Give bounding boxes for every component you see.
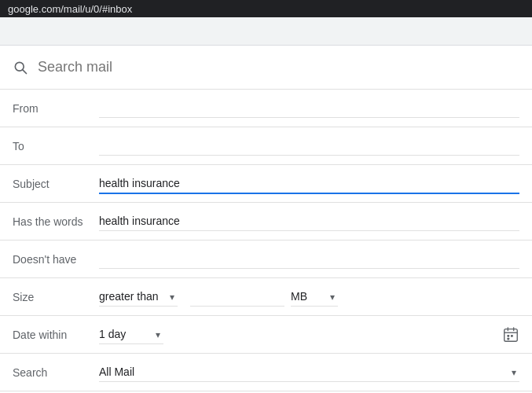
- size-number-input[interactable]: [190, 287, 284, 307]
- search-input[interactable]: [38, 59, 519, 75]
- date-within-label: Date within: [13, 329, 99, 341]
- date-select-wrap: 1 day 3 days 1 week 2 weeks 1 month 2 mo…: [99, 325, 163, 344]
- to-label: To: [13, 140, 99, 152]
- advanced-search-form: From To Subject Has the words Doesn't ha…: [0, 90, 532, 393]
- title-bar: google.com/mail/u/0/#inbox: [0, 0, 532, 17]
- to-row: To: [0, 127, 532, 165]
- size-unit-select-wrap: MB KB Bytes ▾: [291, 287, 338, 307]
- svg-rect-6: [507, 335, 509, 337]
- search-icon: [13, 60, 28, 75]
- from-row: From: [0, 90, 532, 127]
- svg-rect-7: [511, 335, 513, 337]
- svg-line-1: [23, 69, 27, 73]
- size-label: Size: [13, 291, 99, 303]
- size-row: Size greater than less than ▾ MB KB Byte…: [0, 278, 532, 316]
- size-select[interactable]: greater than less than: [99, 287, 178, 307]
- doesnt-have-row: Doesn't have: [0, 241, 532, 278]
- from-label: From: [13, 102, 99, 115]
- svg-rect-8: [507, 337, 509, 340]
- calendar-button[interactable]: [502, 326, 519, 343]
- search-in-label: Search: [13, 366, 99, 379]
- subject-label: Subject: [13, 178, 99, 190]
- size-unit-select[interactable]: MB KB Bytes: [291, 287, 338, 307]
- search-in-row: Search All Mail Inbox Starred Sent Draft…: [0, 354, 532, 391]
- doesnt-have-label: Doesn't have: [13, 253, 99, 266]
- to-input[interactable]: [99, 136, 519, 156]
- search-in-select-wrap: All Mail Inbox Starred Sent Drafts Spam …: [99, 362, 519, 382]
- date-within-select[interactable]: 1 day 3 days 1 week 2 weeks 1 month 2 mo…: [99, 325, 163, 344]
- subject-row: Subject: [0, 165, 532, 203]
- from-input[interactable]: [99, 98, 519, 118]
- search-in-select[interactable]: All Mail Inbox Starred Sent Drafts Spam …: [99, 362, 519, 382]
- date-within-row: Date within 1 day 3 days 1 week 2 weeks …: [0, 316, 532, 354]
- has-words-row: Has the words: [0, 203, 532, 241]
- size-select-wrap: greater than less than ▾: [99, 287, 178, 307]
- has-words-input[interactable]: [99, 211, 519, 231]
- subject-input[interactable]: [99, 174, 519, 194]
- doesnt-have-input[interactable]: [99, 249, 519, 269]
- search-bar: [0, 46, 532, 90]
- url-text: google.com/mail/u/0/#inbox: [8, 3, 132, 15]
- has-words-label: Has the words: [13, 215, 99, 228]
- browser-bar: [0, 17, 532, 46]
